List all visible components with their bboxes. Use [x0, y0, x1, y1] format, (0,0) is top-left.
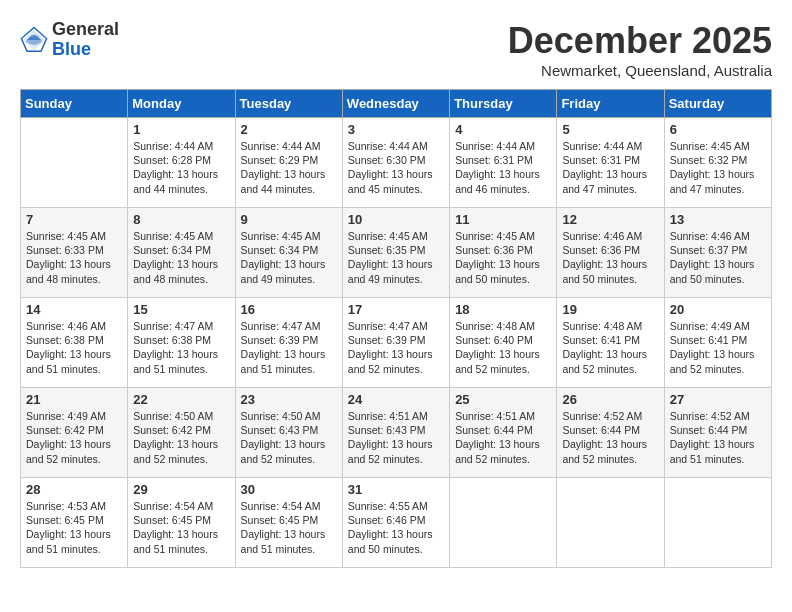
day-number: 27: [670, 392, 766, 407]
column-header-wednesday: Wednesday: [342, 90, 449, 118]
day-number: 31: [348, 482, 444, 497]
day-info: Sunrise: 4:45 AMSunset: 6:34 PMDaylight:…: [133, 229, 229, 286]
day-number: 6: [670, 122, 766, 137]
day-info: Sunrise: 4:54 AMSunset: 6:45 PMDaylight:…: [241, 499, 337, 556]
day-info: Sunrise: 4:50 AMSunset: 6:43 PMDaylight:…: [241, 409, 337, 466]
day-number: 23: [241, 392, 337, 407]
calendar-cell: 6Sunrise: 4:45 AMSunset: 6:32 PMDaylight…: [664, 118, 771, 208]
logo: General Blue: [20, 20, 119, 60]
calendar: SundayMondayTuesdayWednesdayThursdayFrid…: [20, 89, 772, 568]
day-info: Sunrise: 4:45 AMSunset: 6:32 PMDaylight:…: [670, 139, 766, 196]
day-number: 3: [348, 122, 444, 137]
day-number: 10: [348, 212, 444, 227]
day-number: 29: [133, 482, 229, 497]
day-number: 14: [26, 302, 122, 317]
month-title: December 2025: [508, 20, 772, 62]
calendar-cell: 28Sunrise: 4:53 AMSunset: 6:45 PMDayligh…: [21, 478, 128, 568]
calendar-cell: 14Sunrise: 4:46 AMSunset: 6:38 PMDayligh…: [21, 298, 128, 388]
day-info: Sunrise: 4:46 AMSunset: 6:37 PMDaylight:…: [670, 229, 766, 286]
day-info: Sunrise: 4:52 AMSunset: 6:44 PMDaylight:…: [670, 409, 766, 466]
calendar-cell: 22Sunrise: 4:50 AMSunset: 6:42 PMDayligh…: [128, 388, 235, 478]
day-info: Sunrise: 4:52 AMSunset: 6:44 PMDaylight:…: [562, 409, 658, 466]
day-info: Sunrise: 4:49 AMSunset: 6:42 PMDaylight:…: [26, 409, 122, 466]
calendar-cell: 25Sunrise: 4:51 AMSunset: 6:44 PMDayligh…: [450, 388, 557, 478]
week-row-5: 28Sunrise: 4:53 AMSunset: 6:45 PMDayligh…: [21, 478, 772, 568]
calendar-header-row: SundayMondayTuesdayWednesdayThursdayFrid…: [21, 90, 772, 118]
calendar-cell: 9Sunrise: 4:45 AMSunset: 6:34 PMDaylight…: [235, 208, 342, 298]
calendar-cell: 23Sunrise: 4:50 AMSunset: 6:43 PMDayligh…: [235, 388, 342, 478]
calendar-cell: 19Sunrise: 4:48 AMSunset: 6:41 PMDayligh…: [557, 298, 664, 388]
day-number: 21: [26, 392, 122, 407]
day-info: Sunrise: 4:49 AMSunset: 6:41 PMDaylight:…: [670, 319, 766, 376]
day-number: 20: [670, 302, 766, 317]
calendar-cell: 11Sunrise: 4:45 AMSunset: 6:36 PMDayligh…: [450, 208, 557, 298]
calendar-cell: 21Sunrise: 4:49 AMSunset: 6:42 PMDayligh…: [21, 388, 128, 478]
calendar-cell: 31Sunrise: 4:55 AMSunset: 6:46 PMDayligh…: [342, 478, 449, 568]
location: Newmarket, Queensland, Australia: [508, 62, 772, 79]
day-number: 11: [455, 212, 551, 227]
day-info: Sunrise: 4:46 AMSunset: 6:38 PMDaylight:…: [26, 319, 122, 376]
day-number: 9: [241, 212, 337, 227]
calendar-cell: 7Sunrise: 4:45 AMSunset: 6:33 PMDaylight…: [21, 208, 128, 298]
day-info: Sunrise: 4:51 AMSunset: 6:44 PMDaylight:…: [455, 409, 551, 466]
day-number: 18: [455, 302, 551, 317]
calendar-cell: 2Sunrise: 4:44 AMSunset: 6:29 PMDaylight…: [235, 118, 342, 208]
day-number: 5: [562, 122, 658, 137]
day-number: 22: [133, 392, 229, 407]
day-number: 16: [241, 302, 337, 317]
day-info: Sunrise: 4:54 AMSunset: 6:45 PMDaylight:…: [133, 499, 229, 556]
calendar-cell: 27Sunrise: 4:52 AMSunset: 6:44 PMDayligh…: [664, 388, 771, 478]
calendar-cell: [557, 478, 664, 568]
calendar-cell: [664, 478, 771, 568]
calendar-cell: 18Sunrise: 4:48 AMSunset: 6:40 PMDayligh…: [450, 298, 557, 388]
day-number: 25: [455, 392, 551, 407]
page-header: General Blue December 2025 Newmarket, Qu…: [20, 20, 772, 79]
day-number: 24: [348, 392, 444, 407]
day-number: 1: [133, 122, 229, 137]
day-number: 26: [562, 392, 658, 407]
calendar-cell: 29Sunrise: 4:54 AMSunset: 6:45 PMDayligh…: [128, 478, 235, 568]
day-info: Sunrise: 4:50 AMSunset: 6:42 PMDaylight:…: [133, 409, 229, 466]
day-number: 13: [670, 212, 766, 227]
day-number: 30: [241, 482, 337, 497]
day-number: 12: [562, 212, 658, 227]
day-number: 19: [562, 302, 658, 317]
week-row-1: 1Sunrise: 4:44 AMSunset: 6:28 PMDaylight…: [21, 118, 772, 208]
day-info: Sunrise: 4:47 AMSunset: 6:39 PMDaylight:…: [348, 319, 444, 376]
column-header-monday: Monday: [128, 90, 235, 118]
calendar-cell: 5Sunrise: 4:44 AMSunset: 6:31 PMDaylight…: [557, 118, 664, 208]
title-block: December 2025 Newmarket, Queensland, Aus…: [508, 20, 772, 79]
day-number: 15: [133, 302, 229, 317]
day-info: Sunrise: 4:44 AMSunset: 6:30 PMDaylight:…: [348, 139, 444, 196]
calendar-cell: 24Sunrise: 4:51 AMSunset: 6:43 PMDayligh…: [342, 388, 449, 478]
calendar-cell: 20Sunrise: 4:49 AMSunset: 6:41 PMDayligh…: [664, 298, 771, 388]
calendar-cell: [450, 478, 557, 568]
day-number: 2: [241, 122, 337, 137]
column-header-friday: Friday: [557, 90, 664, 118]
day-number: 7: [26, 212, 122, 227]
calendar-cell: 8Sunrise: 4:45 AMSunset: 6:34 PMDaylight…: [128, 208, 235, 298]
calendar-cell: [21, 118, 128, 208]
day-info: Sunrise: 4:48 AMSunset: 6:40 PMDaylight:…: [455, 319, 551, 376]
day-number: 17: [348, 302, 444, 317]
day-info: Sunrise: 4:48 AMSunset: 6:41 PMDaylight:…: [562, 319, 658, 376]
calendar-cell: 13Sunrise: 4:46 AMSunset: 6:37 PMDayligh…: [664, 208, 771, 298]
column-header-thursday: Thursday: [450, 90, 557, 118]
column-header-sunday: Sunday: [21, 90, 128, 118]
day-number: 4: [455, 122, 551, 137]
day-info: Sunrise: 4:44 AMSunset: 6:28 PMDaylight:…: [133, 139, 229, 196]
day-info: Sunrise: 4:55 AMSunset: 6:46 PMDaylight:…: [348, 499, 444, 556]
day-info: Sunrise: 4:45 AMSunset: 6:34 PMDaylight:…: [241, 229, 337, 286]
calendar-cell: 4Sunrise: 4:44 AMSunset: 6:31 PMDaylight…: [450, 118, 557, 208]
day-info: Sunrise: 4:44 AMSunset: 6:31 PMDaylight:…: [562, 139, 658, 196]
calendar-cell: 30Sunrise: 4:54 AMSunset: 6:45 PMDayligh…: [235, 478, 342, 568]
calendar-cell: 1Sunrise: 4:44 AMSunset: 6:28 PMDaylight…: [128, 118, 235, 208]
column-header-tuesday: Tuesday: [235, 90, 342, 118]
day-info: Sunrise: 4:47 AMSunset: 6:38 PMDaylight:…: [133, 319, 229, 376]
day-info: Sunrise: 4:51 AMSunset: 6:43 PMDaylight:…: [348, 409, 444, 466]
calendar-cell: 10Sunrise: 4:45 AMSunset: 6:35 PMDayligh…: [342, 208, 449, 298]
day-info: Sunrise: 4:45 AMSunset: 6:35 PMDaylight:…: [348, 229, 444, 286]
day-info: Sunrise: 4:47 AMSunset: 6:39 PMDaylight:…: [241, 319, 337, 376]
week-row-4: 21Sunrise: 4:49 AMSunset: 6:42 PMDayligh…: [21, 388, 772, 478]
day-info: Sunrise: 4:44 AMSunset: 6:31 PMDaylight:…: [455, 139, 551, 196]
